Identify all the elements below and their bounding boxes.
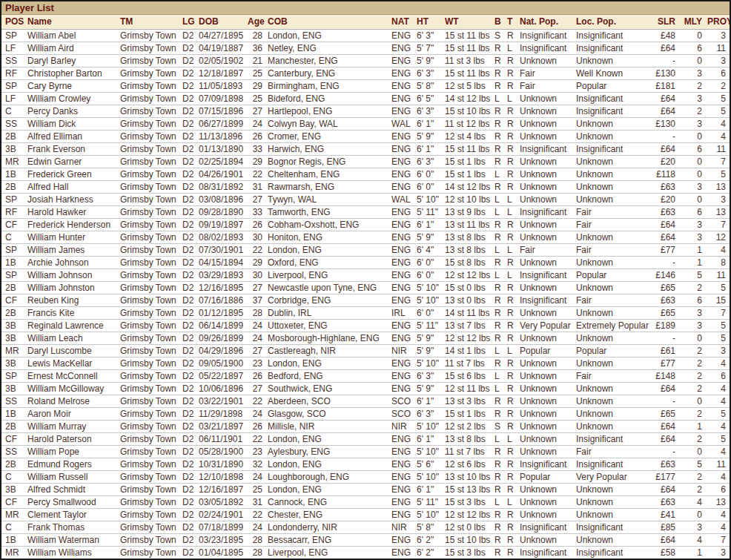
table-row[interactable]: SPErnest McConnellGrimsby TownD205/22/18…	[1, 369, 730, 382]
cell-name[interactable]: Reginald Lawrence	[26, 319, 119, 332]
table-row[interactable]: RFHarold HawkerGrimsby TownD209/28/18903…	[1, 205, 730, 218]
table-row[interactable]: 2BWilliam JohnstonGrimsby TownD212/16/18…	[1, 281, 730, 294]
cell-name[interactable]: Cary Byrne	[26, 79, 119, 92]
cell-name[interactable]: William Dick	[26, 117, 119, 130]
table-row[interactable]: 3BWilliam McGillowayGrimsby TownD210/06/…	[1, 382, 730, 395]
col-header-slr[interactable]: SLR	[649, 15, 679, 29]
cell-name[interactable]: Frank Thomas	[26, 521, 119, 533]
table-row[interactable]: SSWilliam PopeGrimsby TownD205/28/190023…	[1, 445, 730, 458]
table-row[interactable]: SPJosiah HarknessGrimsby TownD203/08/189…	[1, 193, 730, 205]
table-row[interactable]: LFWilliam AirdGrimsby TownD204/19/188736…	[1, 42, 730, 54]
col-header-tm[interactable]: TM	[119, 15, 181, 29]
cell-name[interactable]: Frederick Green	[26, 168, 119, 180]
table-row[interactable]: CFrank ThomasGrimsby TownD207/18/189924L…	[1, 521, 730, 533]
table-row[interactable]: SPWilliam AbelGrimsby TownD204/27/189528…	[1, 29, 730, 42]
col-header-t[interactable]: T	[506, 15, 518, 29]
col-header-b[interactable]: B	[493, 15, 506, 29]
table-row[interactable]: SSDaryl BarleyGrimsby TownD202/05/190221…	[1, 54, 730, 67]
table-row[interactable]: 1BWilliam WatermanGrimsby TownD203/23/18…	[1, 533, 730, 546]
table-row[interactable]: 3BAlfred SchmidtGrimsby TownD212/16/1897…	[1, 483, 730, 495]
col-header-proy[interactable]: PROY	[706, 15, 730, 29]
cell-name[interactable]: William Johnson	[26, 269, 119, 281]
cell-name[interactable]: Clement Taylor	[26, 508, 119, 521]
col-header-lg[interactable]: LG	[181, 15, 197, 29]
table-row[interactable]: CFPercy SmallwoodGrimsby TownD203/05/189…	[1, 495, 730, 508]
cell-name[interactable]: William James	[26, 243, 119, 256]
cell-name[interactable]: William Aird	[26, 42, 119, 54]
table-row[interactable]: 3BLewis MacKellarGrimsby TownD209/05/190…	[1, 357, 730, 369]
col-header-natpop[interactable]: Nat. Pop.	[518, 15, 575, 29]
col-header-ht[interactable]: HT	[415, 15, 443, 29]
table-row[interactable]: CFReuben KingGrimsby TownD207/16/188637C…	[1, 294, 730, 306]
col-header-dob[interactable]: DOB	[197, 15, 246, 29]
table-row[interactable]: 2BAlfred EllimanGrimsby TownD211/13/1896…	[1, 130, 730, 142]
table-row[interactable]: MRClement TaylorGrimsby TownD202/24/1901…	[1, 508, 730, 521]
cell-name[interactable]: William Crowley	[26, 92, 119, 105]
cell-name[interactable]: Archie Johnson	[26, 256, 119, 269]
table-row[interactable]: 1BAaron MoirGrimsby TownD211/29/189824Gl…	[1, 407, 730, 420]
cell-name[interactable]: Edwin Garner	[26, 155, 119, 168]
cell-name[interactable]: William Leach	[26, 332, 119, 344]
table-row[interactable]: CFHarold PatersonGrimsby TownD206/11/190…	[1, 432, 730, 445]
table-row[interactable]: CWilliam HunterGrimsby TownD208/02/18933…	[1, 231, 730, 243]
table-row[interactable]: 2BAlfred HallGrimsby TownD208/31/189231R…	[1, 180, 730, 193]
table-row[interactable]: 1BFrederick GreenGrimsby TownD204/26/190…	[1, 168, 730, 180]
cell-name[interactable]: Harold Paterson	[26, 432, 119, 445]
col-header-age[interactable]: Age	[246, 15, 266, 29]
cell-name[interactable]: William Abel	[26, 29, 119, 42]
cell-name[interactable]: Josiah Harkness	[26, 193, 119, 205]
table-row[interactable]: RFChristopher BartonGrimsby TownD212/18/…	[1, 67, 730, 79]
cell-name[interactable]: Aaron Moir	[26, 407, 119, 420]
table-row[interactable]: 2BFrancis KiteGrimsby TownD201/12/189528…	[1, 306, 730, 319]
col-header-name[interactable]: Name	[26, 15, 119, 29]
cell-name[interactable]: Edmund Rogers	[26, 458, 119, 470]
cell-name[interactable]: Frank Everson	[26, 142, 119, 155]
table-row[interactable]: 3BFrank EversonGrimsby TownD201/13/18903…	[1, 142, 730, 155]
cell-name[interactable]: Daryl Luscombe	[26, 344, 119, 357]
col-header-cob[interactable]: COB	[266, 15, 390, 29]
table-row[interactable]: CWilliam RussellGrimsby TownD212/10/1898…	[1, 470, 730, 483]
cell-name[interactable]: Ernest McConnell	[26, 369, 119, 382]
cell-name[interactable]: William Hunter	[26, 231, 119, 243]
cell-name[interactable]: Alfred Elliman	[26, 130, 119, 142]
cell-name[interactable]: Alfred Schmidt	[26, 483, 119, 495]
table-row[interactable]: MRDaryl LuscombeGrimsby TownD204/29/1896…	[1, 344, 730, 357]
table-row[interactable]: 1BArchie JohnsonGrimsby TownD204/15/1894…	[1, 256, 730, 269]
cell-name[interactable]: Daryl Barley	[26, 54, 119, 67]
cell-name[interactable]: Harold Hawker	[26, 205, 119, 218]
col-header-wt[interactable]: WT	[443, 15, 493, 29]
cell-name[interactable]: Percy Danks	[26, 105, 119, 117]
cell-name[interactable]: Frederick Henderson	[26, 218, 119, 231]
cell-name[interactable]: Roland Melrose	[26, 395, 119, 407]
table-row[interactable]: SPCary ByrneGrimsby TownD211/05/189329Bi…	[1, 79, 730, 92]
table-row[interactable]: SSRoland MelroseGrimsby TownD203/22/1901…	[1, 395, 730, 407]
col-header-pos[interactable]: POS	[1, 15, 26, 29]
cell-name[interactable]: William Murray	[26, 420, 119, 432]
col-header-locpop[interactable]: Loc. Pop.	[575, 15, 649, 29]
cell-name[interactable]: Percy Smallwood	[26, 495, 119, 508]
cell-name[interactable]: Alfred Hall	[26, 180, 119, 193]
cell-name[interactable]: William Russell	[26, 470, 119, 483]
cell-name[interactable]: Reuben King	[26, 294, 119, 306]
cell-name[interactable]: William Williams	[26, 546, 119, 559]
cell-name[interactable]: William Waterman	[26, 533, 119, 546]
table-row[interactable]: LFWilliam CrowleyGrimsby TownD207/09/189…	[1, 92, 730, 105]
col-header-nat[interactable]: NAT	[390, 15, 415, 29]
cell-name[interactable]: William Johnston	[26, 281, 119, 294]
table-row[interactable]: 2BEdmund RogersGrimsby TownD210/31/18903…	[1, 458, 730, 470]
cell-name[interactable]: William McGilloway	[26, 382, 119, 395]
cell-name[interactable]: Christopher Barton	[26, 67, 119, 79]
table-row[interactable]: SPWilliam JohnsonGrimsby TownD203/29/189…	[1, 269, 730, 281]
table-row[interactable]: MREdwin GarnerGrimsby TownD202/25/189429…	[1, 155, 730, 168]
table-row[interactable]: MRWilliam WilliamsGrimsby TownD201/04/18…	[1, 546, 730, 559]
cell-name[interactable]: William Pope	[26, 445, 119, 458]
table-row[interactable]: CPercy DanksGrimsby TownD207/15/189627Ha…	[1, 105, 730, 117]
table-row[interactable]: 3BReginald LawrenceGrimsby TownD206/14/1…	[1, 319, 730, 332]
table-row[interactable]: 2BWilliam MurrayGrimsby TownD203/21/1897…	[1, 420, 730, 432]
cell-name[interactable]: Lewis MacKellar	[26, 357, 119, 369]
table-row[interactable]: CFFrederick HendersonGrimsby TownD209/19…	[1, 218, 730, 231]
table-row[interactable]: 3BWilliam LeachGrimsby TownD209/26/18992…	[1, 332, 730, 344]
table-row[interactable]: SPWilliam JamesGrimsby TownD207/30/19012…	[1, 243, 730, 256]
col-header-mly[interactable]: MLY	[679, 15, 706, 29]
cell-name[interactable]: Francis Kite	[26, 306, 119, 319]
